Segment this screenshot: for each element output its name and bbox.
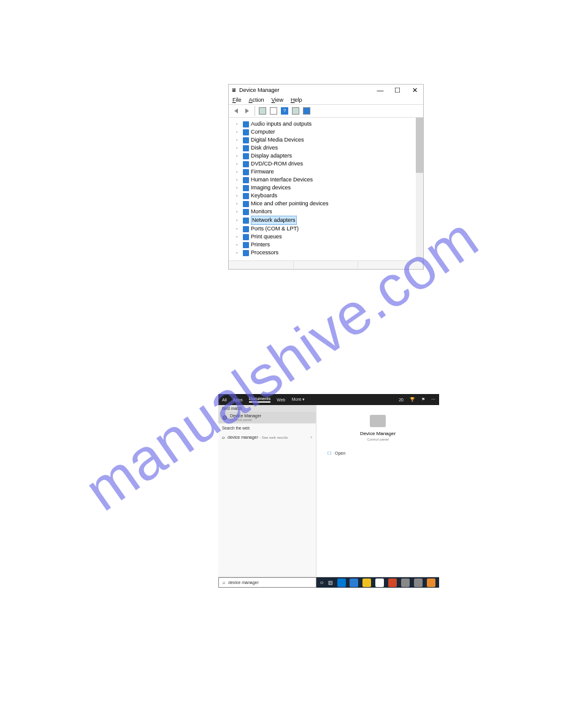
- chevron-right-icon[interactable]: ›: [236, 216, 241, 224]
- tree-item-processors[interactable]: ›Processors: [229, 249, 423, 257]
- tree-item-disk-drives[interactable]: ›Disk drives: [229, 144, 423, 152]
- device-category-icon: [243, 242, 249, 248]
- chevron-right-icon[interactable]: ›: [236, 128, 241, 136]
- tab-web[interactable]: Web: [277, 398, 285, 402]
- task-view-icon[interactable]: ⊟: [328, 580, 333, 586]
- chevron-right-icon[interactable]: ›: [236, 176, 241, 184]
- chevron-right-icon[interactable]: ›: [236, 136, 241, 144]
- chevron-right-icon[interactable]: ›: [236, 184, 241, 192]
- taskbar-app-6[interactable]: [414, 578, 423, 587]
- toolbar-help-button[interactable]: ?: [280, 106, 289, 116]
- chevron-right-icon[interactable]: ›: [236, 225, 241, 233]
- tree-item-computer[interactable]: ›Computer: [229, 128, 423, 136]
- taskbar-app-0[interactable]: [337, 578, 346, 587]
- result-web-search[interactable]: ⌕ device manager - See web results ›: [218, 433, 316, 442]
- device-category-icon: [243, 250, 249, 256]
- device-category-icon: [243, 177, 249, 183]
- toolbar-monitor-button[interactable]: [302, 106, 312, 116]
- tree-item-label: Ports (COM & LPT): [251, 225, 299, 233]
- cortana-icon[interactable]: ○: [320, 579, 323, 586]
- taskbar-apps: ○⊟: [316, 577, 439, 588]
- taskbar-app-2[interactable]: [362, 578, 371, 587]
- tree-item-printers[interactable]: ›Printers: [229, 241, 423, 249]
- chevron-right-icon[interactable]: ›: [236, 249, 241, 257]
- tree-item-ports-com-lpt-[interactable]: ›Ports (COM & LPT): [229, 225, 423, 233]
- feedback-icon[interactable]: ⚑: [421, 397, 425, 402]
- back-button[interactable]: [231, 106, 241, 116]
- app-icon: 🖥: [231, 87, 237, 93]
- chevron-right-icon[interactable]: ›: [236, 200, 241, 208]
- tree-item-label: Printers: [251, 241, 270, 249]
- search-preview-pane: Device Manager Control panel ☐ Open: [316, 405, 439, 577]
- menu-view[interactable]: View: [272, 97, 283, 103]
- tree-item-mice-and-other-pointing-devices[interactable]: ›Mice and other pointing devices: [229, 200, 423, 208]
- tree-item-label: Monitors: [251, 208, 272, 216]
- tab-apps[interactable]: Apps: [233, 398, 243, 402]
- list-icon: [270, 107, 277, 115]
- close-button[interactable]: ✕: [406, 85, 423, 96]
- window-title: Device Manager: [239, 87, 372, 93]
- status-bar: [229, 260, 423, 269]
- chevron-right-icon[interactable]: ›: [236, 168, 241, 176]
- minimize-button[interactable]: —: [372, 85, 389, 96]
- menu-action[interactable]: Action: [249, 97, 264, 103]
- open-action[interactable]: ☐ Open: [321, 450, 434, 457]
- titlebar: 🖥 Device Manager — ☐ ✕: [229, 85, 423, 96]
- chevron-right-icon[interactable]: ›: [236, 120, 241, 128]
- tree-item-monitors[interactable]: ›Monitors: [229, 208, 423, 216]
- search-input[interactable]: ⌕ device manager: [218, 577, 316, 588]
- tree-item-firmware[interactable]: ›Firmware: [229, 168, 423, 176]
- chevron-right-icon[interactable]: ›: [236, 192, 241, 200]
- chevron-right-icon[interactable]: ›: [236, 208, 241, 216]
- taskbar-app-4[interactable]: [388, 578, 397, 587]
- menu-help[interactable]: Help: [291, 97, 302, 103]
- preview-title: Device Manager: [321, 431, 434, 436]
- tab-documents[interactable]: Documents: [249, 396, 270, 403]
- search-icon: ⌕: [223, 580, 226, 585]
- device-category-icon: [243, 169, 249, 175]
- result-device-manager[interactable]: ⚙ Device Manager Control panel: [218, 412, 316, 423]
- chevron-right-icon[interactable]: ›: [236, 241, 241, 249]
- grid-icon: [292, 107, 299, 115]
- more-icon[interactable]: ⋯: [431, 397, 435, 402]
- tree-item-display-adapters[interactable]: ›Display adapters: [229, 152, 423, 160]
- tab-more[interactable]: More ▾: [291, 397, 305, 402]
- toolbar-scan-button[interactable]: [258, 106, 267, 116]
- search-results-window: All Apps Documents Web More ▾ 20 🏆 ⚑ ⋯ B…: [218, 394, 439, 588]
- tree-item-audio-inputs-and-outputs[interactable]: ›Audio inputs and outputs: [229, 120, 423, 128]
- chevron-right-icon[interactable]: ›: [236, 233, 241, 241]
- toolbar-list-button[interactable]: [269, 106, 278, 116]
- tree-item-keyboards[interactable]: ›Keyboards: [229, 192, 423, 200]
- chevron-right-icon: ›: [310, 434, 312, 440]
- taskbar-app-7[interactable]: [427, 578, 435, 587]
- tree-item-dvd-cd-rom-drives[interactable]: ›DVD/CD-ROM drives: [229, 160, 423, 168]
- maximize-button[interactable]: ☐: [389, 85, 406, 96]
- tree-item-network-adapters[interactable]: ›Network adapters: [229, 216, 423, 225]
- tab-count: 20: [399, 398, 404, 402]
- scrollbar-thumb[interactable]: [416, 118, 423, 173]
- forward-button[interactable]: [242, 106, 252, 116]
- chevron-right-icon[interactable]: ›: [236, 160, 241, 168]
- search-web-header: Search the web: [218, 423, 316, 433]
- best-match-header: Best match: [218, 405, 316, 412]
- tab-all[interactable]: All: [222, 398, 227, 402]
- chevron-right-icon[interactable]: ›: [236, 144, 241, 152]
- device-category-icon: [243, 185, 249, 191]
- taskbar-app-1[interactable]: [350, 578, 358, 587]
- toolbar-grid-button[interactable]: [291, 106, 301, 116]
- tree-item-digital-media-devices[interactable]: ›Digital Media Devices: [229, 136, 423, 144]
- taskbar-app-5[interactable]: [401, 578, 410, 587]
- window-controls: — ☐ ✕: [372, 85, 423, 96]
- tree-item-label: Human Interface Devices: [251, 176, 313, 184]
- scrollbar-track[interactable]: [416, 118, 423, 259]
- scan-icon: [259, 107, 266, 115]
- tree-item-human-interface-devices[interactable]: ›Human Interface Devices: [229, 176, 423, 184]
- tree-item-label: Display adapters: [251, 152, 292, 160]
- tree-item-print-queues[interactable]: ›Print queues: [229, 233, 423, 241]
- menu-file[interactable]: File: [232, 97, 242, 103]
- taskbar-app-3[interactable]: [375, 578, 384, 587]
- tree-item-imaging-devices[interactable]: ›Imaging devices: [229, 184, 423, 192]
- chevron-right-icon[interactable]: ›: [236, 152, 241, 160]
- trophy-icon[interactable]: 🏆: [410, 397, 415, 402]
- tree-item-label: Firmware: [251, 168, 274, 176]
